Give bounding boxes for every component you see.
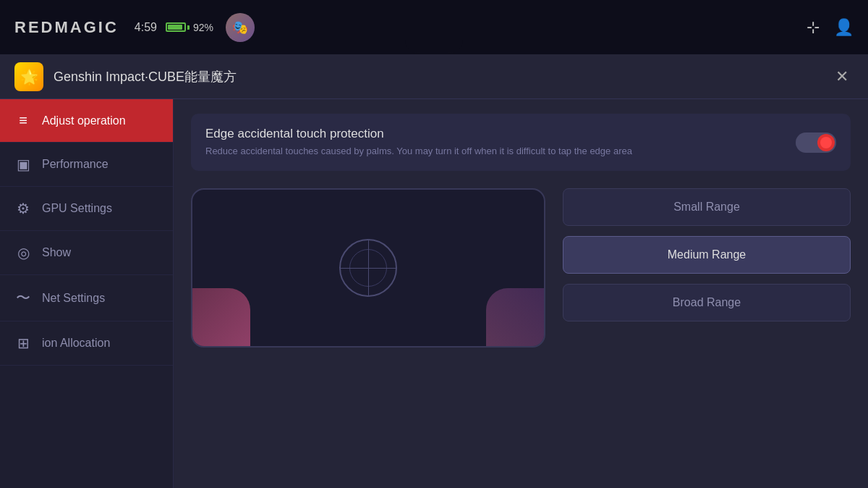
medium-range-button[interactable]: Medium Range (563, 236, 851, 274)
crosshair (339, 239, 397, 297)
adjust-icon: ≡ (14, 112, 32, 129)
status-bar: REDMAGIC 4:59 92% 🎭 ⊹ 👤 (0, 0, 868, 54)
sidebar-item-allocation[interactable]: ⊞ ion Allocation (0, 321, 173, 366)
performance-icon: ▣ (14, 156, 32, 173)
sidebar-item-show-label: Show (42, 246, 71, 259)
phone-preview (191, 188, 545, 348)
main-panel: Edge accidental touch protection Reduce … (174, 99, 868, 488)
sidebar-item-net[interactable]: 〜 Net Settings (0, 275, 173, 321)
crosshair-vertical (368, 240, 369, 295)
sidebar-item-gpu[interactable]: ⚙ GPU Settings (0, 187, 173, 231)
sidebar-item-allocation-label: ion Allocation (42, 337, 110, 350)
edge-protection-text: Edge accidental touch protection Reduce … (205, 127, 781, 158)
range-buttons: Small Range Medium Range Broad Range (563, 188, 851, 321)
corner-deco-left (192, 288, 250, 346)
camera-notch (405, 40, 463, 54)
small-range-button[interactable]: Small Range (563, 188, 851, 226)
edge-protection-title: Edge accidental touch protection (205, 127, 781, 141)
battery-indicator: 92% (166, 22, 213, 33)
content-area: ≡ Adjust operation ▣ Performance ⚙ GPU S… (0, 99, 868, 488)
net-icon: 〜 (14, 288, 32, 308)
sidebar-item-show[interactable]: ◎ Show (0, 231, 173, 275)
battery-icon (166, 22, 190, 32)
phone-preview-inner (192, 190, 544, 346)
toggle-track (796, 132, 836, 153)
range-selection-area: Small Range Medium Range Broad Range (191, 188, 851, 348)
gpu-icon: ⚙ (14, 200, 32, 217)
brand-logo: REDMAGIC (14, 18, 119, 37)
sidebar-item-performance[interactable]: ▣ Performance (0, 143, 173, 187)
edge-protection-toggle[interactable] (796, 132, 836, 153)
corner-deco-right (486, 288, 544, 346)
sidebar-item-gpu-label: GPU Settings (42, 202, 112, 215)
dialog-wrapper: 🌟 Genshin Impact·CUBE能量魔方 ✕ ≡ Adjust ope… (0, 54, 868, 488)
allocation-icon: ⊞ (14, 335, 32, 352)
user-icon[interactable]: 👤 (834, 18, 854, 37)
close-button[interactable]: ✕ (830, 65, 854, 88)
sidebar: ≡ Adjust operation ▣ Performance ⚙ GPU S… (0, 99, 174, 488)
sidebar-item-net-label: Net Settings (42, 292, 105, 305)
title-bar: 🌟 Genshin Impact·CUBE能量魔方 ✕ (0, 54, 868, 99)
dialog-title: Genshin Impact·CUBE能量魔方 (54, 68, 237, 85)
broad-range-button[interactable]: Broad Range (563, 284, 851, 321)
sidebar-item-adjust-label: Adjust operation (42, 114, 126, 127)
show-icon: ◎ (14, 244, 32, 261)
battery-percentage: 92% (193, 22, 213, 33)
edge-protection-section: Edge accidental touch protection Reduce … (191, 114, 851, 171)
avatar[interactable]: 🎭 (226, 13, 255, 42)
sidebar-item-performance-label: Performance (42, 158, 109, 171)
sidebar-item-adjust[interactable]: ≡ Adjust operation (0, 99, 173, 143)
status-time: 4:59 (135, 21, 157, 34)
toggle-thumb (817, 134, 835, 151)
gamepad-icon[interactable]: ⊹ (807, 18, 820, 37)
app-icon: 🌟 (14, 62, 43, 91)
status-right-icons: ⊹ 👤 (807, 18, 854, 37)
edge-protection-description: Reduce accidental touches caused by palm… (205, 145, 781, 158)
